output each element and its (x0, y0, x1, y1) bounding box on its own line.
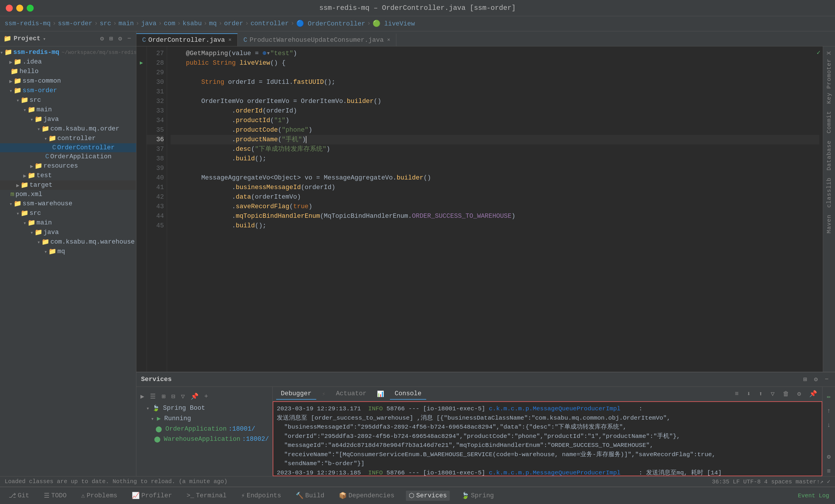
tree-com-pkg[interactable]: ▾ 📁 com.ksabu.mq.order (0, 124, 136, 134)
nav-dependencies[interactable]: 📦 Dependencies (336, 491, 397, 501)
tree-wh-src[interactable]: ▾ 📁 src (0, 209, 136, 218)
project-tree: ▾ 📁 ssm-redis-mq ~/workspace/mq/ssm-redi… (0, 46, 136, 476)
console-line-3: "businessMessageId":"295ddfa3-2892-4f56-… (277, 422, 818, 432)
tree-target[interactable]: ▶ 📁 target (0, 181, 136, 190)
nav-spring[interactable]: 🍃 Spring (459, 491, 497, 501)
tree-wh-main[interactable]: ▾ 📁 main (0, 218, 136, 228)
database-label[interactable]: Database (826, 140, 832, 170)
root-path: ~/workspace/mq/ssm-redis-mq (62, 49, 136, 56)
edit-icon[interactable]: ✏ (825, 392, 832, 402)
nav-endpoints[interactable]: ⚡ Endpoints (238, 491, 284, 501)
tree-pom[interactable]: m pom.xml (0, 190, 136, 199)
filter-console-icon[interactable]: ▽ (769, 389, 776, 399)
nav-profiler[interactable]: 📈 Profiler (129, 491, 175, 501)
layout-tree-icon[interactable]: ☰ (148, 392, 158, 402)
settings-icon[interactable]: ⚙ (99, 34, 105, 43)
tree-resources[interactable]: ▶ 📁 resources (0, 161, 136, 171)
settings4-icon[interactable]: ⚙ (825, 452, 832, 462)
settings3-icon[interactable]: ⚙ (796, 389, 803, 399)
folder-icon: 📁 (3, 35, 11, 43)
gutter-40 (138, 173, 145, 183)
minus-services-icon[interactable]: − (823, 375, 830, 384)
tree-order-app[interactable]: C OrderApplication (0, 152, 136, 161)
nav-todo[interactable]: ☰ TODO (41, 491, 69, 501)
tree-wh-pkg[interactable]: ▾ 📁 com.ksabu.mq.warehouse (0, 237, 136, 247)
settings-services-icon[interactable]: ⊞ (801, 374, 809, 384)
scroll-up-icon[interactable]: ⬆ (757, 389, 764, 399)
tree-wh-mq[interactable]: ▾ 📁 mq (0, 247, 136, 256)
key-promoter-label[interactable]: Key Promoter X (826, 51, 832, 104)
scroll-end-icon[interactable]: ⬇ (745, 389, 752, 399)
close-panel-icon[interactable]: − (126, 34, 133, 43)
minimize-button[interactable] (16, 5, 23, 12)
classlib-label[interactable]: classlib (826, 177, 832, 208)
tree-java[interactable]: ▾ 📁 java (0, 114, 136, 124)
pin-icon[interactable]: 📌 (189, 392, 200, 402)
tree-ssm-warehouse[interactable]: ▾ 📁 ssm-warehouse (0, 199, 136, 209)
barcode-icon[interactable]: ≡ (825, 467, 832, 476)
tree-hello[interactable]: 📁 hello (0, 67, 136, 76)
tree-controller[interactable]: ▾ 📁 controller (0, 134, 136, 143)
tab-actuator[interactable]: Actuator (331, 388, 371, 400)
gutter-37 (138, 144, 145, 154)
gear2-icon[interactable]: ⚙ (117, 34, 124, 43)
nav-problems[interactable]: ⚠ Problems (78, 491, 120, 501)
nav-git[interactable]: ⎇ Git (6, 491, 32, 501)
maximize-button[interactable] (27, 5, 34, 12)
services-toolbar: ▶ ☰ ⊞ ⊟ ▽ 📌 + (136, 390, 272, 403)
nav-terminal[interactable]: >_ Terminal (184, 491, 229, 501)
group-icon[interactable]: ⊟ (170, 392, 177, 402)
close-button[interactable] (6, 5, 13, 12)
tab-close-1[interactable]: × (228, 37, 231, 43)
svc-order-app[interactable]: ⬤ OrderApplication :18001/ (136, 424, 272, 434)
event-log[interactable]: Event Log (798, 492, 829, 499)
tab-console[interactable]: Console (390, 388, 426, 400)
tree-idea[interactable]: ▶ 📁 .idea (0, 57, 136, 67)
gutter-43 (138, 202, 145, 211)
maven-label[interactable]: Maven (826, 215, 832, 233)
status-bar: Loaded classes are up to date. Nothing t… (0, 476, 835, 487)
tree-ssm-common[interactable]: ▶ 📁 ssm-common (0, 76, 136, 86)
bc-module[interactable]: ssm-order (58, 20, 93, 27)
tree-src[interactable]: ▾ 📁 src (0, 96, 136, 105)
code-line-37: .desc("下单成功转发库存系统") (170, 144, 819, 154)
gutter-44 (138, 211, 145, 221)
tree-root[interactable]: ▾ 📁 ssm-redis-mq ~/workspace/mq/ssm-redi… (0, 47, 136, 57)
tab-close-2[interactable]: × (387, 37, 390, 43)
arrow-down-icon[interactable]: ↓ (825, 420, 832, 430)
trash-icon[interactable]: 🗑 (781, 389, 791, 399)
layout-icon[interactable]: ⊞ (108, 34, 114, 43)
svc-running[interactable]: ▾ ▶ Running (136, 414, 272, 424)
layout-flat-icon[interactable]: ⊞ (160, 392, 167, 402)
tab-product-warehouse[interactable]: C ProductWarehouseUpdateConsumer.java × (238, 33, 396, 46)
arrow-up-icon[interactable]: ↑ (825, 406, 832, 416)
endpoints-icon: ⚡ (241, 492, 245, 500)
commit-label[interactable]: Commit (826, 111, 832, 133)
add-icon[interactable]: + (203, 392, 210, 401)
bc-project[interactable]: ssm-redis-mq (5, 20, 50, 27)
spring-nav-icon: 🍃 (461, 492, 469, 500)
tab-order-controller[interactable]: C OrderController.java × (136, 33, 238, 46)
editor-tabs: C OrderController.java × C ProductWareho… (136, 31, 835, 46)
gutter-32 (138, 97, 145, 106)
tree-ssm-order[interactable]: ▾ 📁 ssm-order (0, 86, 136, 96)
code-line-45: .build(); (170, 221, 819, 231)
tree-order-controller[interactable]: C OrderController (0, 143, 136, 152)
filter-icon[interactable]: ▽ (179, 392, 187, 402)
wrap-icon[interactable]: ≡ (733, 389, 740, 399)
pin2-icon[interactable]: 📌 (808, 389, 819, 399)
code-editor[interactable]: @GetMapping(value = ⊕▾"test") public Str… (167, 46, 823, 372)
gear-services-icon[interactable]: ⚙ (812, 374, 820, 384)
nav-services[interactable]: ⬡ Services (406, 491, 450, 501)
tree-test[interactable]: ▶ 📁 test (0, 171, 136, 181)
tree-wh-java[interactable]: ▾ 📁 java (0, 228, 136, 237)
svc-warehouse-app[interactable]: ⬤ WarehouseApplication :18002/ (136, 435, 272, 444)
bottom-content: ▶ ☰ ⊞ ⊟ ▽ 📌 + ▾ 🍃 (136, 387, 835, 476)
breadcrumb: ssm-redis-mq › ssm-order › src › main › … (0, 16, 835, 31)
svc-spring-boot[interactable]: ▾ 🍃 Spring Boot (136, 403, 272, 413)
gutter-28[interactable]: ▶ (138, 58, 145, 68)
tab-debugger[interactable]: Debugger (276, 388, 316, 400)
run-all-icon[interactable]: ▶ (139, 392, 146, 402)
tree-main[interactable]: ▾ 📁 main (0, 105, 136, 114)
nav-build[interactable]: 🔨 Build (293, 491, 327, 501)
